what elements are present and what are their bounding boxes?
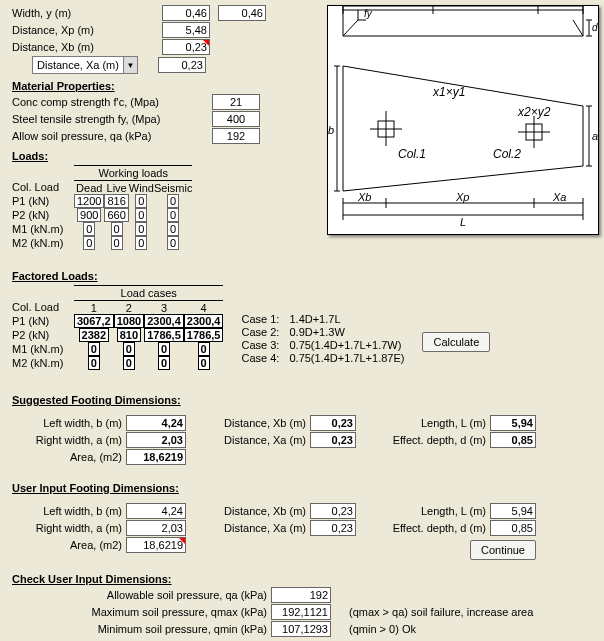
loads-col-dead: Dead xyxy=(76,182,102,194)
loads-col-live: Live xyxy=(107,182,127,194)
table-row: M2 (kN.m) 0 0 0 0 xyxy=(12,236,192,250)
case-label: Case 4: xyxy=(241,352,289,364)
ui-xb-val[interactable]: 0,23 xyxy=(310,503,356,519)
check-qa-label: Allowable soil pressure, qa (kPa) xyxy=(12,589,267,601)
ui-a-val[interactable]: 2,03 xyxy=(126,520,186,536)
check-qmax-label: Maximum soil pressure, qmax (kPa) xyxy=(12,606,267,618)
load-cell[interactable]: 1200 xyxy=(74,194,104,208)
ui-xb-label: Distance, Xb (m) xyxy=(196,505,306,517)
table-row: P1 (kN) 3067,2 1080 2300,4 2300,4 xyxy=(12,314,223,328)
svg-rect-0 xyxy=(343,6,583,10)
fact-cell: 0 xyxy=(198,342,210,356)
load-cell[interactable]: 0 xyxy=(111,222,123,236)
diag-L: L xyxy=(460,216,466,228)
load-cell[interactable]: 0 xyxy=(83,222,95,236)
sug-a-label: Right width, a (m) xyxy=(12,434,122,446)
dist-xa-dropdown[interactable]: Distance, Xa (m) ▼ xyxy=(32,56,138,74)
sug-area-label: Area, (m2) xyxy=(12,451,122,463)
dist-xp-val[interactable]: 5,48 xyxy=(162,22,210,38)
diag-x2y2: x2×y2 xyxy=(517,105,551,119)
load-cell[interactable]: 0 xyxy=(135,208,147,222)
fact-cell: 2300,4 xyxy=(184,314,224,328)
fact-cell: 1786,5 xyxy=(184,328,224,342)
sug-area-val: 18,6219 xyxy=(126,449,186,465)
fact-cell: 0 xyxy=(88,342,100,356)
col-load-label: Col. Load xyxy=(12,301,59,313)
case-col: 3 xyxy=(161,302,167,314)
case-col: 2 xyxy=(126,302,132,314)
working-loads-header: Working loads xyxy=(98,167,168,179)
ui-xa-val[interactable]: 0,23 xyxy=(310,520,356,536)
diag-fy: fy xyxy=(364,8,373,19)
sug-xa-label: Distance, Xa (m) xyxy=(196,434,306,446)
case-col: 4 xyxy=(201,302,207,314)
fact-cell: 1080 xyxy=(114,314,144,328)
check-qmin-note: (qmin > 0) Ok xyxy=(349,623,416,635)
fact-cell: 0 xyxy=(123,342,135,356)
loads-table: Working loads Col. Load Dead Live Wind S… xyxy=(12,164,192,250)
width-label: Width, y (m) xyxy=(12,7,162,19)
width-val1[interactable]: 0,46 xyxy=(162,5,210,21)
sug-b-label: Left width, b (m) xyxy=(12,417,122,429)
sug-d-val: 0,85 xyxy=(490,432,536,448)
ui-L-val[interactable]: 5,94 xyxy=(490,503,536,519)
continue-button[interactable]: Continue xyxy=(470,540,536,560)
dist-xb-val[interactable]: 0,23 xyxy=(162,39,210,55)
load-cell[interactable]: 0 xyxy=(135,194,147,208)
fact-cell: 0 xyxy=(158,342,170,356)
userinput-heading: User Input Footing Dimensions: xyxy=(12,482,592,494)
ui-area-val[interactable]: 18,6219 xyxy=(126,537,186,553)
dist-xa-val[interactable]: 0,23 xyxy=(158,57,206,73)
suggested-heading: Suggested Footing Dimensions: xyxy=(12,394,592,406)
qa-val[interactable]: 192 xyxy=(212,128,260,144)
table-row: P2 (kN) 900 660 0 0 xyxy=(12,208,192,222)
sug-d-label: Effect. depth, d (m) xyxy=(366,434,486,446)
sug-xb-val: 0,23 xyxy=(310,415,356,431)
load-cell[interactable]: 0 xyxy=(167,208,179,222)
load-cell[interactable]: 0 xyxy=(83,236,95,250)
ui-L-label: Length, L (m) xyxy=(366,505,486,517)
table-row: M1 (kN.m) 0 0 0 0 xyxy=(12,222,192,236)
case-formula: 0.75(1.4D+1.7L+1.7W) xyxy=(289,339,401,351)
load-cell[interactable]: 0 xyxy=(135,236,147,250)
fact-cell: 3067,2 xyxy=(74,314,114,328)
calculate-button[interactable]: Calculate xyxy=(422,332,490,352)
sug-L-label: Length, L (m) xyxy=(366,417,486,429)
load-cell[interactable]: 900 xyxy=(77,208,101,222)
width-val2[interactable]: 0,46 xyxy=(218,5,266,21)
diag-col1: Col.1 xyxy=(398,147,426,161)
load-cell[interactable]: 816 xyxy=(104,194,128,208)
fy-label: Steel tensile strength fy, (Mpa) xyxy=(12,113,212,125)
load-cell[interactable]: 0 xyxy=(167,222,179,236)
row-label: M2 (kN.m) xyxy=(12,357,63,369)
diag-b: b xyxy=(328,124,334,136)
dist-xb-label: Distance, Xb (m) xyxy=(12,41,162,53)
load-cell[interactable]: 660 xyxy=(104,208,128,222)
case-formula: 0.75(1.4D+1.7L+1.87E) xyxy=(289,352,404,364)
ui-d-val[interactable]: 0,85 xyxy=(490,520,536,536)
col-load-label: Col. Load xyxy=(12,181,59,193)
loads-col-seismic: Seismic xyxy=(154,182,193,194)
load-cell[interactable]: 0 xyxy=(135,222,147,236)
case-col: 1 xyxy=(91,302,97,314)
fc-val[interactable]: 21 xyxy=(212,94,260,110)
dist-xa-dropdown-text: Distance, Xa (m) xyxy=(33,59,123,71)
ui-b-val[interactable]: 4,24 xyxy=(126,503,186,519)
fact-cell: 0 xyxy=(158,356,170,370)
load-cases-header: Load cases xyxy=(121,287,177,299)
sug-xa-val: 0,23 xyxy=(310,432,356,448)
dist-xp-label: Distance, Xp (m) xyxy=(12,24,162,36)
row-label: M2 (kN.m) xyxy=(12,237,63,249)
check-qa-val: 192 xyxy=(271,587,331,603)
qa-label: Allow soil pressure, qa (kPa) xyxy=(12,130,212,142)
fy-val[interactable]: 400 xyxy=(212,111,260,127)
loads-col-wind: Wind xyxy=(129,182,154,194)
load-cell[interactable]: 0 xyxy=(167,194,179,208)
table-row: P1 (kN) 1200 816 0 0 xyxy=(12,194,192,208)
row-label: M1 (kN.m) xyxy=(12,343,63,355)
load-cell[interactable]: 0 xyxy=(167,236,179,250)
load-cell[interactable]: 0 xyxy=(111,236,123,250)
table-row: M2 (kN.m) 0 0 0 0 xyxy=(12,356,223,370)
case-label: Case 1: xyxy=(241,313,289,325)
case-label: Case 2: xyxy=(241,326,289,338)
